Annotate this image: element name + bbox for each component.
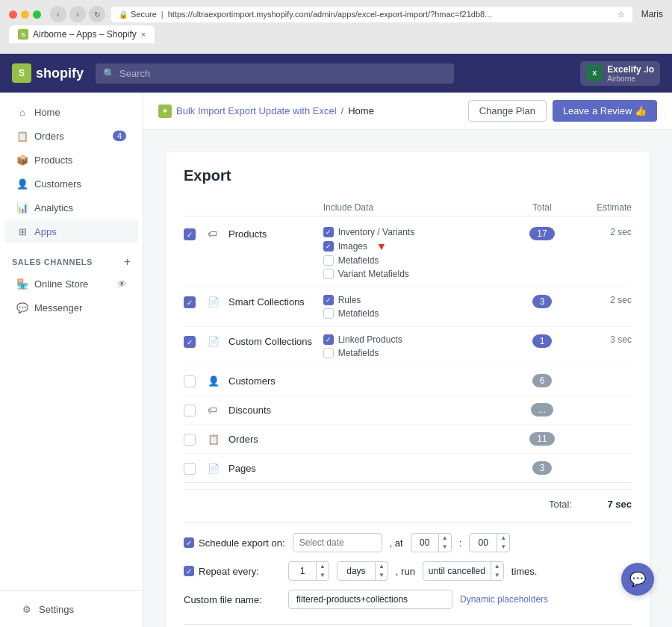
customers-row-checkbox-wrap[interactable] (184, 374, 208, 387)
option-linked-products[interactable]: Linked Products (323, 334, 512, 345)
smart-collections-icon: 📄 (208, 295, 228, 308)
option-inventory[interactable]: Inventory / Variants (323, 227, 512, 237)
customers-row-checkbox[interactable] (184, 375, 196, 387)
run-down-arrow[interactable]: ▼ (491, 571, 503, 580)
custom-collections-estimate: 3 sec (572, 334, 632, 345)
run-arrows[interactable]: ▲ ▼ (491, 562, 503, 580)
eye-icon[interactable]: 👁 (118, 279, 126, 288)
repeat-unit-select[interactable]: days ▲ ▼ (337, 561, 388, 581)
repeat-unit-up[interactable]: ▲ (376, 562, 388, 571)
change-plan-button[interactable]: Change Plan (468, 100, 547, 122)
url-separator: | (161, 10, 164, 19)
sidebar-item-analytics[interactable]: 📊 Analytics (4, 196, 138, 219)
dynamic-placeholders-link[interactable]: Dynamic placeholders (460, 594, 548, 605)
custom-file-row: Custom file name: Dynamic placeholders (184, 590, 632, 609)
breadcrumb-app-link[interactable]: Bulk Import Export Update with Excel (176, 105, 337, 116)
settings-icon: ⚙ (21, 603, 33, 615)
breadcrumb-actions: Change Plan Leave a Review 👍 (468, 100, 657, 122)
smart-collections-checkbox[interactable] (184, 296, 196, 308)
traffic-light-green[interactable] (33, 10, 41, 19)
smart-collections-total-badge: 3 (532, 295, 553, 308)
repeat-value-arrows[interactable]: ▲ ▼ (316, 562, 329, 580)
sidebar-item-settings[interactable]: ⚙ Settings (9, 597, 134, 621)
minute-up-arrow[interactable]: ▲ (497, 534, 509, 543)
sidebar-item-orders[interactable]: 📋 Orders 4 (4, 124, 138, 148)
schedule-checkbox[interactable] (184, 537, 194, 548)
rules-label: Rules (338, 295, 361, 305)
run-value-select[interactable]: until cancelled ▲ ▼ (423, 561, 504, 581)
chat-fab-button[interactable]: 💬 (621, 563, 654, 596)
smart-metafields-checkbox[interactable] (323, 308, 334, 319)
traffic-light-yellow[interactable] (21, 10, 29, 19)
metafields-checkbox[interactable] (323, 255, 334, 266)
sidebar-item-customers[interactable]: 👤 Customers (4, 172, 138, 196)
browser-tab[interactable]: S Airborne – Apps – Shopify × (9, 25, 155, 43)
smart-collections-estimate: 2 sec (572, 295, 632, 305)
repeat-up-arrow[interactable]: ▲ (317, 562, 329, 571)
orders-row-checkbox[interactable] (184, 434, 196, 446)
forward-button[interactable]: › (69, 6, 86, 22)
custom-collections-total-badge: 1 (532, 334, 553, 348)
export-section: Export Include Data Total Estimate (143, 130, 672, 627)
add-channel-button[interactable]: + (124, 255, 131, 269)
inventory-checkbox[interactable] (323, 227, 334, 237)
products-checkbox[interactable] (184, 228, 196, 240)
repeat-value-select[interactable]: 1 ▲ ▼ (288, 561, 329, 581)
products-checkbox-wrap[interactable] (184, 227, 208, 240)
repeat-unit-down[interactable]: ▼ (376, 571, 388, 580)
custom-metafields-checkbox[interactable] (323, 348, 334, 358)
custom-file-input[interactable] (288, 590, 452, 609)
hour-down-arrow[interactable]: ▼ (439, 543, 451, 552)
option-custom-metafields[interactable]: Metafields (323, 348, 512, 358)
images-checkbox[interactable] (323, 241, 334, 252)
variant-metafields-checkbox[interactable] (323, 269, 334, 279)
orders-row-checkbox-wrap[interactable] (184, 432, 208, 446)
hour-select[interactable]: 00 ▲ ▼ (411, 533, 452, 552)
repeat-checkbox[interactable] (184, 566, 194, 576)
minute-down-arrow[interactable]: ▼ (497, 543, 509, 552)
option-variant-metafields[interactable]: Variant Metafields (323, 269, 512, 279)
hour-up-arrow[interactable]: ▲ (439, 534, 451, 543)
sidebar-item-messenger[interactable]: 💬 Messenger (4, 296, 138, 319)
repeat-unit-value: days (337, 562, 375, 580)
back-button[interactable]: ‹ (50, 6, 66, 22)
option-rules[interactable]: Rules (323, 295, 512, 305)
pages-checkbox-wrap[interactable] (184, 461, 208, 475)
discounts-checkbox-wrap[interactable] (184, 403, 208, 417)
sidebar-item-home[interactable]: ⌂ Home (4, 100, 138, 124)
leave-review-button[interactable]: Leave a Review 👍 (553, 100, 657, 122)
traffic-light-red[interactable] (9, 10, 17, 19)
shopify-logo-text: shopify (36, 66, 84, 81)
sidebar-channels-section: SALES CHANNELS + 🏪 Online Store 👁 💬 Mess… (0, 246, 143, 319)
sidebar-item-products[interactable]: 📦 Products (4, 148, 138, 172)
custom-collections-checkbox[interactable] (184, 336, 196, 348)
repeat-down-arrow[interactable]: ▼ (317, 571, 329, 580)
sidebar-item-online-store[interactable]: 🏪 Online Store 👁 (4, 272, 138, 296)
run-up-arrow[interactable]: ▲ (491, 562, 503, 571)
pages-total: 3 (512, 461, 572, 475)
excelify-badge[interactable]: X Excelify .io Airborne (580, 61, 660, 86)
option-images[interactable]: Images ▼ (323, 240, 512, 252)
pages-checkbox[interactable] (184, 463, 196, 475)
search-bar[interactable]: 🔍 Search (96, 63, 454, 84)
refresh-button[interactable]: ↻ (89, 6, 105, 22)
table-row-pages: 📄 Pages 3 (184, 454, 632, 483)
repeat-unit-arrows[interactable]: ▲ ▼ (375, 562, 388, 580)
option-smart-metafields[interactable]: Metafields (323, 308, 512, 319)
bookmark-icon[interactable]: ☆ (617, 10, 625, 19)
address-bar[interactable]: 🔒 Secure | https://ultraexportimport.mys… (111, 7, 632, 22)
discounts-checkbox[interactable] (184, 405, 196, 417)
hour-arrows[interactable]: ▲ ▼ (438, 534, 451, 552)
select-date-input[interactable] (293, 533, 382, 552)
smart-collections-checkbox-wrap[interactable] (184, 295, 208, 308)
shopify-logo[interactable]: S shopify (12, 63, 84, 83)
filter-icon[interactable]: ▼ (376, 240, 387, 252)
minute-arrows[interactable]: ▲ ▼ (497, 534, 509, 552)
sidebar-item-apps[interactable]: ⊞ Apps (4, 219, 138, 243)
rules-checkbox[interactable] (323, 295, 334, 305)
custom-collections-checkbox-wrap[interactable] (184, 334, 208, 348)
minute-select[interactable]: 00 ▲ ▼ (469, 533, 510, 552)
option-metafields[interactable]: Metafields (323, 255, 512, 266)
tab-close-button[interactable]: × (141, 30, 146, 39)
linked-products-checkbox[interactable] (323, 334, 334, 345)
